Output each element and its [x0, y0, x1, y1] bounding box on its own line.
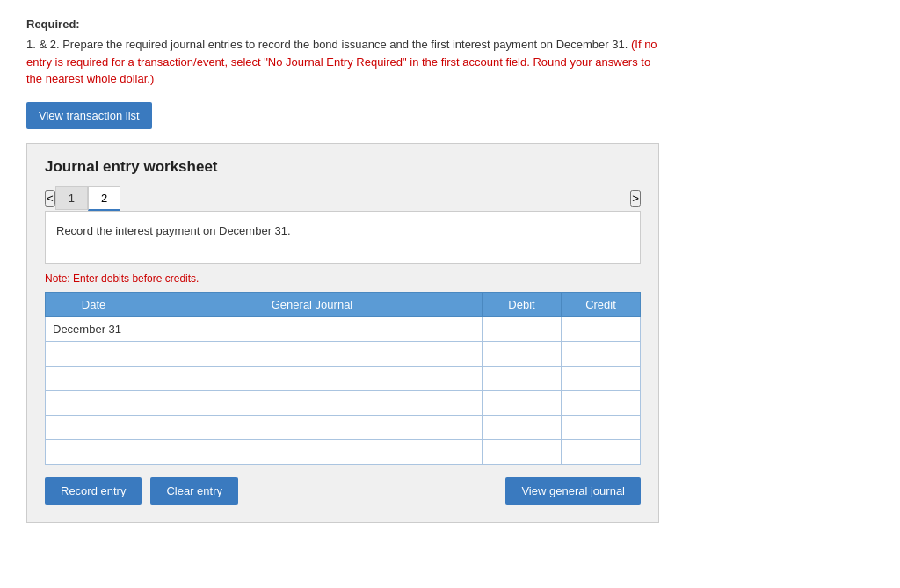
instructions: 1. & 2. Prepare the required journal ent… [26, 36, 659, 88]
tab-1-button[interactable]: 1 [55, 186, 88, 210]
bottom-buttons: Record entry Clear entry View general jo… [45, 477, 641, 505]
debit-input-4[interactable] [483, 416, 561, 439]
gj-cell-5[interactable] [142, 439, 483, 464]
date-cell-2 [46, 366, 142, 390]
gj-input-1[interactable] [142, 342, 482, 366]
debit-cell-4[interactable] [483, 415, 562, 439]
credit-cell-0[interactable] [562, 316, 641, 341]
debit-cell-1[interactable] [483, 341, 562, 366]
gj-input-4[interactable] [142, 416, 482, 439]
view-transaction-button[interactable]: View transaction list [26, 102, 152, 129]
record-entry-button[interactable]: Record entry [45, 477, 142, 505]
debit-input-5[interactable] [483, 440, 561, 464]
credit-input-0[interactable] [562, 317, 640, 341]
col-header-gj: General Journal [142, 292, 483, 316]
table-row [46, 341, 641, 366]
note-text: Note: Enter debits before credits. [45, 272, 641, 285]
gj-input-2[interactable] [142, 367, 482, 390]
credit-cell-2[interactable] [562, 366, 641, 390]
col-header-debit: Debit [483, 292, 562, 316]
clear-entry-button[interactable]: Clear entry [150, 477, 238, 505]
journal-table: Date General Journal Debit Credit Decemb… [45, 292, 641, 465]
debit-cell-3[interactable] [483, 390, 562, 415]
tab-nav-wrapper: < 1 2 > [45, 186, 641, 211]
debit-input-1[interactable] [483, 342, 561, 366]
credit-input-3[interactable] [562, 391, 640, 415]
gj-input-0[interactable] [142, 317, 482, 341]
worksheet-container: Journal entry worksheet < 1 2 > Record t… [26, 143, 659, 523]
table-row [46, 366, 641, 390]
view-general-journal-button[interactable]: View general journal [505, 477, 641, 505]
credit-cell-1[interactable] [562, 341, 641, 366]
date-cell-1 [46, 341, 142, 366]
gj-input-3[interactable] [142, 391, 482, 415]
credit-cell-5[interactable] [562, 439, 641, 464]
prev-tab-button[interactable]: < [45, 190, 55, 207]
required-label: Required: [26, 18, 874, 31]
gj-cell-2[interactable] [142, 366, 483, 390]
table-row: December 31 [46, 316, 641, 341]
debit-input-0[interactable] [483, 317, 561, 341]
credit-input-4[interactable] [562, 416, 640, 439]
description-text: Record the interest payment on December … [56, 224, 291, 237]
next-tab-button[interactable]: > [630, 190, 641, 207]
table-row [46, 439, 641, 464]
credit-input-1[interactable] [562, 342, 640, 366]
col-header-credit: Credit [562, 292, 641, 316]
gj-cell-4[interactable] [142, 415, 483, 439]
gj-input-5[interactable] [142, 440, 482, 464]
gj-cell-1[interactable] [142, 341, 483, 366]
tab-2-button[interactable]: 2 [88, 186, 120, 211]
credit-input-2[interactable] [562, 367, 640, 390]
col-header-date: Date [46, 292, 142, 316]
table-row [46, 415, 641, 439]
credit-input-5[interactable] [562, 440, 640, 464]
gj-cell-0[interactable] [142, 316, 483, 341]
credit-cell-3[interactable] [562, 390, 641, 415]
description-box: Record the interest payment on December … [45, 211, 641, 264]
date-cell-5 [46, 439, 142, 464]
date-cell-0: December 31 [46, 316, 142, 341]
date-cell-3 [46, 390, 142, 415]
credit-cell-4[interactable] [562, 415, 641, 439]
debit-cell-0[interactable] [483, 316, 562, 341]
gj-cell-3[interactable] [142, 390, 483, 415]
debit-input-3[interactable] [483, 391, 561, 415]
debit-cell-5[interactable] [483, 439, 562, 464]
debit-input-2[interactable] [483, 367, 561, 390]
table-row [46, 390, 641, 415]
instruction-prefix: 1. & 2. Prepare the required journal ent… [26, 38, 628, 51]
worksheet-title: Journal entry worksheet [45, 158, 641, 176]
debit-cell-2[interactable] [483, 366, 562, 390]
date-cell-4 [46, 415, 142, 439]
